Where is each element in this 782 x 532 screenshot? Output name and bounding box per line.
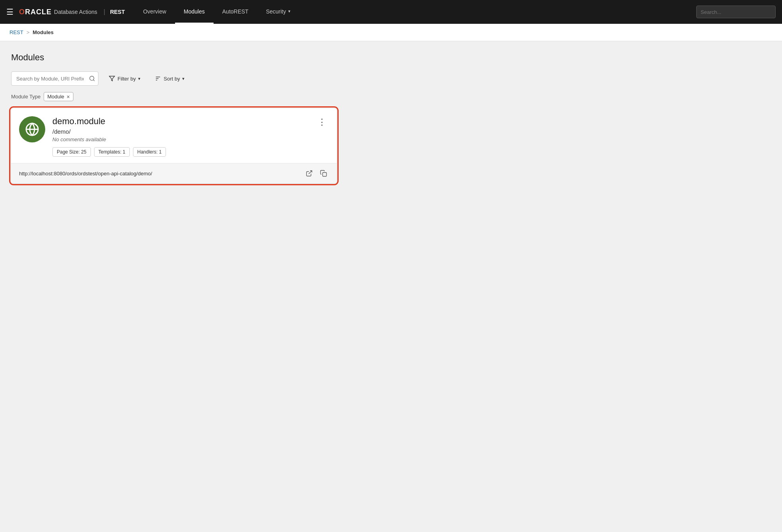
navbar: ☰ OORACLERACLE Database Actions | REST O… (0, 0, 782, 24)
module-copy-button[interactable] (318, 168, 329, 179)
toolbar: Filter by ▾ Sort by ▾ (11, 71, 771, 86)
module-card: demo.module /demo/ No comments available… (11, 108, 337, 183)
filter-chips: Module Type Module × (11, 92, 771, 101)
module-url: http://localhost:8080/ords/ordstest/open… (19, 171, 152, 177)
filter-type-label: Module Type (11, 94, 40, 100)
search-icon-button[interactable] (89, 75, 95, 82)
sort-chevron-icon: ▾ (182, 76, 185, 81)
nav-item-overview[interactable]: Overview (134, 0, 175, 24)
svg-point-0 (90, 76, 94, 81)
nav-search-input[interactable] (696, 6, 776, 18)
module-card-body: demo.module /demo/ No comments available… (11, 108, 337, 163)
globe-icon (25, 122, 39, 136)
filter-chip-remove-icon[interactable]: × (67, 94, 70, 100)
rest-nav-label: REST (110, 9, 125, 15)
module-open-external-button[interactable] (304, 168, 314, 179)
open-external-icon (306, 170, 313, 177)
hamburger-icon[interactable]: ☰ (6, 7, 13, 17)
nav-pipe: | (104, 8, 105, 15)
module-uri: /demo/ (52, 128, 308, 135)
oracle-logo: OORACLERACLE (19, 8, 52, 16)
nav-search-area (696, 6, 776, 18)
module-name: demo.module (52, 116, 308, 127)
filter-icon (109, 75, 115, 82)
copy-icon (320, 170, 327, 177)
nav-item-modules[interactable]: Modules (175, 0, 214, 24)
module-comment: No comments available (52, 136, 308, 142)
filter-chip-module[interactable]: Module × (44, 92, 73, 101)
module-footer-actions (304, 168, 329, 179)
breadcrumb-separator: > (27, 29, 30, 35)
sort-button[interactable]: Sort by ▾ (151, 73, 189, 84)
filter-button[interactable]: Filter by ▾ (105, 73, 144, 84)
module-badge-templates: Templates: 1 (94, 147, 130, 157)
brand: OORACLERACLE Database Actions | REST (19, 8, 125, 16)
chevron-down-icon: ▾ (288, 9, 291, 14)
nav-item-security[interactable]: Security ▾ (257, 0, 300, 24)
search-input[interactable] (11, 71, 98, 86)
svg-line-8 (309, 171, 312, 174)
nav-item-autorest[interactable]: AutoREST (214, 0, 257, 24)
main-content: Modules Filter by ▾ (0, 41, 782, 531)
module-badges: Page Size: 25 Templates: 1 Handlers: 1 (52, 147, 308, 157)
svg-rect-9 (323, 173, 327, 177)
svg-marker-2 (109, 76, 114, 81)
modules-grid: demo.module /demo/ No comments available… (11, 108, 771, 183)
filter-chevron-icon: ▾ (138, 76, 141, 81)
module-icon-wrapper (19, 116, 45, 142)
module-badge-pagesize: Page Size: 25 (52, 147, 91, 157)
svg-line-1 (93, 80, 94, 81)
search-icon (89, 75, 95, 82)
search-box-wrapper (11, 71, 98, 86)
module-badge-handlers: Handlers: 1 (133, 147, 166, 157)
db-actions-label: Database Actions (54, 9, 97, 15)
page-title: Modules (11, 52, 771, 63)
module-more-button[interactable]: ⋮ (315, 116, 329, 128)
sort-label: Sort by (164, 76, 180, 82)
module-card-footer: http://localhost:8080/ords/ordstest/open… (11, 163, 337, 183)
filter-label: Filter by (117, 76, 136, 82)
filter-chip-value: Module (47, 94, 64, 100)
sort-icon (155, 75, 161, 82)
breadcrumb-rest-link[interactable]: REST (10, 29, 23, 35)
module-info: demo.module /demo/ No comments available… (52, 116, 308, 157)
nav-items: Overview Modules AutoREST Security ▾ (134, 0, 299, 24)
breadcrumb-current: Modules (33, 29, 54, 35)
breadcrumb: REST > Modules (0, 24, 782, 41)
